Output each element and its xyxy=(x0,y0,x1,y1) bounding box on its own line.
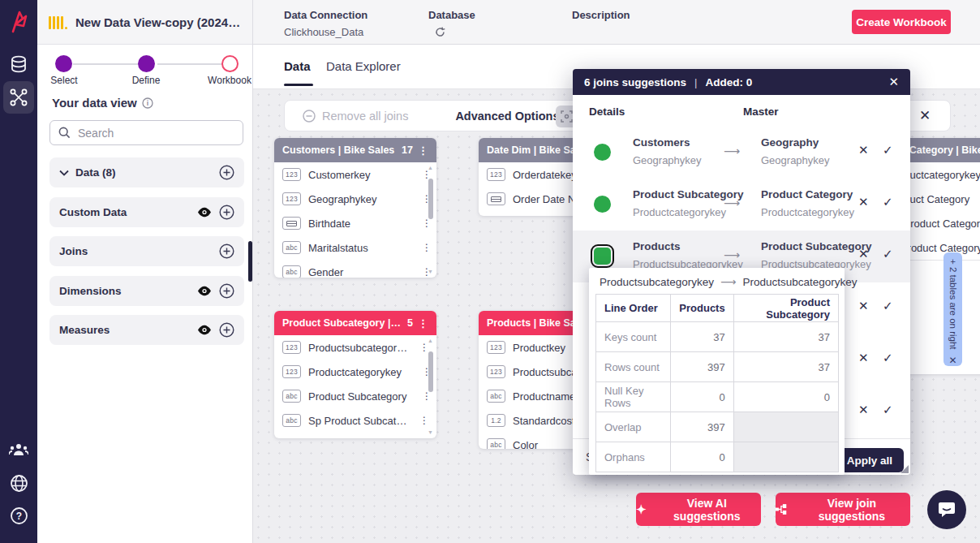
toolbar-close-button[interactable]: ✕ xyxy=(919,107,931,124)
scroll-down-icon[interactable]: ▼ xyxy=(428,429,433,437)
number-type-icon: 123 xyxy=(487,365,505,378)
add-icon[interactable] xyxy=(219,243,234,259)
step-select-dot[interactable] xyxy=(55,55,72,72)
visibility-icon[interactable] xyxy=(197,207,212,218)
add-icon[interactable] xyxy=(219,205,234,220)
data-view-nav-active[interactable] xyxy=(3,81,34,114)
accept-join-icon[interactable]: ✓ xyxy=(883,351,893,365)
join-status-dot-focused[interactable] xyxy=(594,248,611,265)
panel-item-data[interactable]: Data (8) xyxy=(49,157,244,187)
scroll-thumb[interactable] xyxy=(428,351,433,392)
modal-separator: | xyxy=(694,76,697,88)
accept-join-icon[interactable]: ✓ xyxy=(883,299,893,313)
search-box[interactable] xyxy=(49,120,243,145)
field-row[interactable]: abcSp Product Subcategory⋮ xyxy=(274,408,436,433)
reject-join-icon[interactable]: ✕ xyxy=(858,195,869,209)
field-row[interactable]: 123Productsubcategorykey⋮ xyxy=(274,335,436,360)
detail-table: Customers xyxy=(633,136,690,149)
panel-item-measures[interactable]: Measures xyxy=(49,315,244,345)
table-card-product-subcategory[interactable]: Product Subcategory | Bike Sales 5 ⋮ 123… xyxy=(274,311,436,438)
reject-join-icon[interactable]: ✕ xyxy=(858,299,869,313)
step-define-label: Define xyxy=(132,75,161,86)
table-card-header[interactable]: Customers | Bike Sales 17 ⋮ xyxy=(274,138,436,162)
chevron-down-icon xyxy=(59,170,69,176)
field-row[interactable]: abcGender⋮ xyxy=(274,260,436,278)
number-type-icon: 123 xyxy=(282,192,301,205)
reject-join-icon[interactable]: ✕ xyxy=(858,143,869,157)
accept-join-icon[interactable]: ✓ xyxy=(883,247,893,261)
visibility-icon[interactable] xyxy=(197,325,212,335)
kebab-icon[interactable]: ⋮ xyxy=(418,317,428,330)
app-logo-icon[interactable] xyxy=(0,10,37,34)
remove-all-joins-button[interactable]: Remove all joins xyxy=(303,110,408,123)
help-icon[interactable]: ? xyxy=(0,506,37,525)
field-row[interactable]: abcFr Product Subcategory⋮ xyxy=(274,433,436,438)
advanced-options-button[interactable]: Advanced Options ▾ xyxy=(455,110,569,123)
stats-row: Null Key Rows 0 0 xyxy=(596,382,839,412)
create-workbook-button[interactable]: Create Workbook xyxy=(852,10,951,34)
step-define-dot[interactable] xyxy=(138,55,155,72)
modal-resize-handle[interactable] xyxy=(900,465,909,473)
view-ai-suggestions-button[interactable]: ✦ View AI suggestions xyxy=(636,493,761,526)
add-icon[interactable] xyxy=(219,322,234,338)
info-icon[interactable]: i xyxy=(142,97,153,109)
join-suggestion-row[interactable]: Product Subcategory Productcategorykey ⟶… xyxy=(573,179,910,231)
sparkle-icon: ✦ xyxy=(636,502,647,517)
card-scrollbar[interactable]: ▲▼ xyxy=(425,337,436,437)
decimal-type-icon: 1.2 xyxy=(487,414,505,427)
panel-item-label: Custom Data xyxy=(59,206,191,218)
globe-icon[interactable] xyxy=(0,474,37,493)
kebab-icon[interactable]: ⋮ xyxy=(418,144,428,157)
tables-overflow-tag[interactable]: + 2 tables are on right ✕ xyxy=(943,252,962,366)
reject-join-icon[interactable]: ✕ xyxy=(858,403,869,417)
search-input[interactable] xyxy=(78,127,216,140)
add-icon[interactable] xyxy=(219,283,234,299)
table-card-header[interactable]: Product Subcategory | Bike Sales 5 ⋮ xyxy=(274,311,436,335)
section-title-row: Your data view i xyxy=(52,96,153,110)
field-row[interactable]: Birthdate⋮ xyxy=(274,211,436,235)
panel-scrollbar-thumb[interactable] xyxy=(248,241,252,282)
scroll-up-icon[interactable]: ▲ xyxy=(428,164,433,172)
reject-join-icon[interactable]: ✕ xyxy=(858,247,869,261)
card-scrollbar[interactable]: ▲▼ xyxy=(425,164,436,276)
field-row[interactable]: 123Productcategorykey⋮ xyxy=(274,360,436,384)
modal-close-icon[interactable]: ✕ xyxy=(888,75,899,89)
tab-data[interactable]: Data xyxy=(284,59,311,73)
section-title: Your data view xyxy=(52,96,137,110)
master-table: Product Subcategory xyxy=(761,240,872,252)
field-row[interactable]: abcMaritalstatus⋮ xyxy=(274,235,436,260)
number-type-icon: 123 xyxy=(282,341,301,354)
scroll-down-icon[interactable]: ▼ xyxy=(428,268,433,276)
panel-item-dimensions[interactable]: Dimensions xyxy=(49,276,244,306)
accept-join-icon[interactable]: ✓ xyxy=(883,143,893,157)
chat-bubble-button[interactable] xyxy=(927,490,966,529)
apply-all-button[interactable]: Apply all xyxy=(836,448,904,472)
table-card-customers[interactable]: Customers | Bike Sales 17 ⋮ 123Customerk… xyxy=(274,138,436,278)
field-row[interactable]: 123Customerkey⋮ xyxy=(274,162,436,187)
arrow-icon: ⟶ xyxy=(724,196,740,209)
modal-header[interactable]: 6 joins suggestions | Added: 0 ✕ xyxy=(573,69,910,95)
view-join-suggestions-button[interactable]: View join suggestions xyxy=(776,493,910,526)
users-icon[interactable] xyxy=(0,442,37,457)
data-sources-icon[interactable] xyxy=(0,55,37,75)
step-workbook-dot[interactable] xyxy=(221,55,239,72)
panel-item-joins[interactable]: Joins xyxy=(49,236,244,266)
add-icon[interactable] xyxy=(219,165,234,180)
scroll-thumb[interactable] xyxy=(428,179,433,219)
tab-data-explorer[interactable]: Data Explorer xyxy=(326,59,401,73)
field-row[interactable]: 123Geographykey⋮ xyxy=(274,187,436,211)
reject-join-icon[interactable]: ✕ xyxy=(858,351,869,365)
accept-join-icon[interactable]: ✓ xyxy=(883,403,893,417)
col-header: Products xyxy=(671,295,733,322)
panel-item-custom-data[interactable]: Custom Data xyxy=(49,197,244,227)
scroll-up-icon[interactable]: ▲ xyxy=(428,337,433,345)
overflow-tag-close-icon[interactable]: ✕ xyxy=(948,355,956,366)
field-row[interactable]: abcProduct Subcategory⋮ xyxy=(274,384,436,408)
arrow-icon: ⟶ xyxy=(720,275,736,288)
to-key: Productsubcategorykey xyxy=(742,276,857,288)
refresh-icon[interactable] xyxy=(435,27,445,37)
join-suggestion-row[interactable]: Customers Geographykey ⟶ Geography Geogr… xyxy=(573,127,910,179)
accept-join-icon[interactable]: ✓ xyxy=(883,195,893,209)
visibility-icon[interactable] xyxy=(197,286,212,296)
from-key: Productsubcategorykey xyxy=(600,276,714,288)
